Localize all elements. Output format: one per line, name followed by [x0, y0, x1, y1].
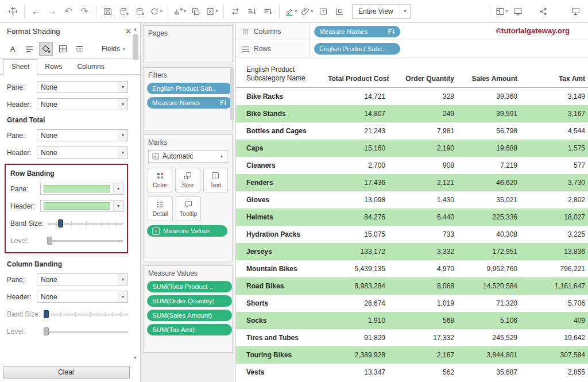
- value-cell[interactable]: 14,721: [328, 92, 385, 101]
- value-cell[interactable]: 15,075: [328, 230, 385, 238]
- value-cell[interactable]: 19,688: [454, 144, 517, 152]
- undo-icon[interactable]: ↶: [61, 4, 75, 19]
- pause-updates-icon[interactable]: [133, 4, 147, 19]
- tab-sheet[interactable]: Sheet: [3, 59, 37, 75]
- value-cell[interactable]: 19,642: [517, 334, 585, 342]
- sheet-pane-shading-select[interactable]: None ▾: [37, 81, 128, 93]
- column-level-slider[interactable]: [44, 327, 128, 336]
- column-banding-pane-select[interactable]: None ▾: [37, 273, 128, 285]
- forward-icon[interactable]: →: [45, 4, 59, 19]
- value-cell[interactable]: 1,575: [517, 144, 585, 152]
- value-cell[interactable]: 4,544: [517, 127, 585, 135]
- sort-icon[interactable]: [219, 99, 227, 106]
- chevron-down-icon[interactable]: ▾: [118, 99, 127, 110]
- row-header-cell[interactable]: Cleaners: [236, 161, 328, 169]
- value-cell[interactable]: 56,798: [454, 127, 517, 135]
- value-cell[interactable]: 15,160: [328, 144, 385, 152]
- row-header-cell[interactable]: Hydration Packs: [236, 230, 328, 238]
- value-cell[interactable]: 5,706: [517, 299, 585, 307]
- filters-shelf[interactable]: Filters English Product Sub.. Measure Na…: [143, 67, 233, 130]
- row-header-cell[interactable]: Caps: [236, 144, 328, 152]
- row-level-slider[interactable]: [47, 236, 123, 245]
- tab-rows[interactable]: Rows: [37, 60, 69, 74]
- refresh-icon[interactable]: ▾: [149, 4, 163, 19]
- value-cell[interactable]: 307,584: [517, 351, 585, 359]
- sort-icon[interactable]: [388, 28, 395, 35]
- value-cell[interactable]: 18,027: [517, 213, 585, 221]
- value-cell[interactable]: 245,529: [454, 334, 517, 342]
- column-band-size-slider[interactable]: [44, 310, 128, 319]
- value-cell[interactable]: 13,347: [328, 368, 385, 376]
- shading-format-icon[interactable]: [39, 42, 53, 56]
- value-cell[interactable]: 13,098: [328, 196, 385, 204]
- value-cell[interactable]: 39,591: [454, 110, 517, 118]
- alignment-format-icon[interactable]: [22, 42, 36, 56]
- value-cell[interactable]: 249: [385, 110, 454, 118]
- panel-scrollbar[interactable]: ▲ ▼: [131, 26, 139, 361]
- row-header-cell[interactable]: Shorts: [236, 299, 328, 307]
- share-workbook-icon[interactable]: [536, 4, 550, 19]
- value-cell[interactable]: 5,106: [454, 317, 517, 325]
- rows-pill-english-product-subcategory[interactable]: English Product Subc..: [314, 43, 400, 55]
- row-banding-pane-select[interactable]: ▾: [40, 183, 123, 195]
- redo-icon[interactable]: ↷: [78, 4, 91, 19]
- row-header-cell[interactable]: Gloves: [236, 196, 328, 204]
- value-cell[interactable]: 35,687: [454, 368, 517, 376]
- value-cell[interactable]: 2,855: [517, 368, 585, 376]
- scroll-down-icon[interactable]: ▼: [131, 354, 139, 361]
- save-icon[interactable]: [101, 4, 115, 19]
- sort-ascending-icon[interactable]: [245, 4, 258, 19]
- row-header-cell[interactable]: Mountain Bikes: [236, 265, 328, 273]
- value-cell[interactable]: 7,981: [385, 127, 454, 135]
- columns-pill-measure-names[interactable]: Measure Names: [314, 26, 400, 37]
- value-cell[interactable]: 7,219: [454, 161, 517, 169]
- value-cell[interactable]: 3,730: [517, 179, 585, 187]
- mark-type-dropdown[interactable]: Automatic ▾: [148, 150, 227, 163]
- duplicate-sheet-icon[interactable]: [189, 4, 203, 19]
- column-header-total-product-cost[interactable]: Total Product Cost: [328, 75, 385, 83]
- value-cell[interactable]: 14,807: [328, 110, 385, 118]
- value-cell[interactable]: 577: [517, 161, 585, 169]
- value-cell[interactable]: 3,332: [385, 248, 454, 256]
- value-cell[interactable]: 26,674: [328, 299, 385, 307]
- sheet-header-shading-select[interactable]: None ▾: [37, 98, 128, 110]
- value-cell[interactable]: 21,243: [328, 127, 385, 135]
- value-cell[interactable]: 796,221: [517, 265, 585, 273]
- value-cell[interactable]: 568: [385, 317, 454, 325]
- value-cell[interactable]: 35,021: [454, 196, 517, 204]
- row-header-cell[interactable]: Tires and Tubes: [236, 334, 328, 342]
- row-header-cell[interactable]: Road Bikes: [236, 282, 328, 290]
- measure-pill-sales-amount[interactable]: SUM(Sales Amount): [147, 310, 232, 321]
- tooltip-button[interactable]: Tooltip: [176, 196, 201, 221]
- value-cell[interactable]: 2,121: [385, 179, 454, 187]
- value-cell[interactable]: 3,844,801: [454, 351, 517, 359]
- value-cell[interactable]: 13,836: [517, 248, 585, 256]
- row-header-cell[interactable]: Socks: [236, 317, 328, 325]
- row-header-cell[interactable]: Bike Racks: [236, 92, 328, 101]
- column-header-tax-amt[interactable]: Tax Amt: [517, 75, 585, 83]
- value-cell[interactable]: 8,068: [385, 282, 454, 290]
- cards-scrollbar-thumb[interactable]: [230, 68, 234, 121]
- chevron-down-icon[interactable]: ▾: [118, 130, 127, 141]
- measure-pill-tax-amt[interactable]: SUM(Tax Amt): [147, 324, 232, 335]
- value-cell[interactable]: 3,149: [517, 92, 585, 101]
- value-cell[interactable]: 1,019: [385, 299, 454, 307]
- filter-pill-measure-names[interactable]: Measure Names: [147, 97, 232, 109]
- value-cell[interactable]: 409: [517, 317, 585, 325]
- value-cell[interactable]: 562: [385, 368, 454, 376]
- value-cell[interactable]: 3,225: [517, 230, 585, 238]
- row-header-cell[interactable]: Bottles and Cages: [236, 127, 328, 135]
- slider-thumb[interactable]: [44, 327, 49, 335]
- measure-pill-order-quantity[interactable]: SUM(Order Quantity): [147, 295, 232, 307]
- chevron-down-icon[interactable]: ▾: [113, 200, 123, 211]
- row-banding-header-select[interactable]: ▾: [40, 200, 123, 212]
- column-header-subcategory[interactable]: English Product Subcategory Name: [236, 65, 328, 83]
- new-datasource-icon[interactable]: [117, 4, 131, 19]
- rows-shelf[interactable]: English Product Subc..: [310, 40, 588, 57]
- chevron-down-icon[interactable]: ▾: [113, 183, 123, 194]
- row-band-size-slider[interactable]: [47, 219, 123, 228]
- tableau-logo-icon[interactable]: [6, 4, 20, 19]
- row-header-cell[interactable]: Bike Stands: [236, 110, 328, 118]
- scrollbar-thumb[interactable]: [133, 34, 138, 60]
- clear-button[interactable]: Clear: [3, 366, 130, 379]
